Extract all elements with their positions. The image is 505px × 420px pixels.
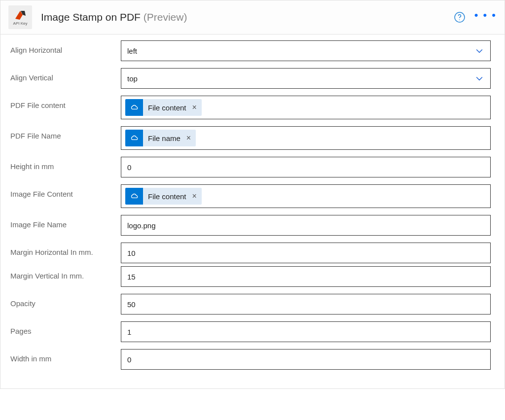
chevron-down-icon	[474, 73, 484, 83]
input-pdf-file-name[interactable]: File name ×	[121, 126, 491, 150]
row-align-vertical: Align Vertical top	[10, 68, 495, 89]
row-image-file-name: Image File Name	[10, 215, 495, 236]
row-margin-vertical: Margin Vertical In mm.	[10, 266, 495, 287]
input-width-mm[interactable]	[127, 355, 484, 364]
label-image-file-name: Image File Name	[10, 215, 121, 230]
label-width-mm: Width in mm	[10, 349, 121, 364]
more-menu-icon[interactable]: • • •	[474, 9, 497, 26]
form-body: Align Horizontal left Align Vertical top…	[0, 35, 505, 388]
token-file-content[interactable]: File content ×	[125, 99, 202, 116]
input-margin-horizontal-wrap	[121, 243, 491, 263]
input-margin-vertical-wrap	[121, 266, 491, 287]
input-image-file-content[interactable]: File content ×	[121, 184, 491, 208]
chevron-down-icon	[474, 46, 484, 56]
row-width-mm: Width in mm	[10, 349, 495, 370]
input-width-mm-wrap	[121, 349, 491, 370]
input-margin-horizontal[interactable]	[127, 249, 484, 257]
connector-icon-sublabel: API Key	[13, 21, 28, 26]
input-pdf-file-content[interactable]: File content ×	[121, 96, 491, 119]
card-header: API Key Image Stamp on PDF (Preview) • •…	[0, 0, 505, 35]
token-file-name-label: File name	[143, 134, 185, 142]
input-pages[interactable]	[127, 328, 484, 336]
input-image-file-name[interactable]	[127, 221, 484, 230]
action-card: API Key Image Stamp on PDF (Preview) • •…	[0, 0, 505, 389]
row-pages: Pages	[10, 321, 495, 342]
label-pdf-file-content: PDF File content	[10, 96, 121, 110]
label-opacity: Opacity	[10, 294, 121, 309]
input-height-mm-wrap	[121, 157, 491, 177]
row-margin-horizontal: Margin Horizontal In mm.	[10, 243, 495, 263]
label-align-vertical: Align Vertical	[10, 68, 121, 83]
title-main: Image Stamp on PDF	[41, 11, 141, 23]
help-icon[interactable]	[454, 11, 466, 23]
card-title: Image Stamp on PDF (Preview)	[41, 11, 187, 23]
title-subtitle: (Preview)	[144, 11, 187, 23]
label-pdf-file-name: PDF File Name	[10, 126, 121, 141]
row-image-file-content: Image File Content File content ×	[10, 184, 495, 208]
input-pages-wrap	[121, 321, 491, 342]
input-margin-vertical[interactable]	[127, 273, 484, 281]
pdf-tool-icon	[14, 9, 27, 21]
label-pages: Pages	[10, 321, 121, 336]
row-align-horizontal: Align Horizontal left	[10, 40, 495, 61]
onedrive-icon	[125, 99, 143, 116]
token-remove-icon[interactable]: ×	[191, 103, 202, 112]
label-margin-vertical: Margin Vertical In mm.	[10, 266, 121, 281]
svg-point-1	[459, 19, 460, 20]
onedrive-icon	[125, 130, 143, 146]
input-opacity-wrap	[121, 294, 491, 315]
token-file-content-label: File content	[143, 104, 191, 112]
token-image-file-content[interactable]: File content ×	[125, 188, 202, 205]
token-image-file-content-label: File content	[143, 192, 191, 201]
row-opacity: Opacity	[10, 294, 495, 315]
label-height-mm: Height in mm	[10, 157, 121, 172]
input-opacity[interactable]	[127, 300, 484, 309]
label-align-horizontal: Align Horizontal	[10, 40, 121, 55]
row-pdf-file-name: PDF File Name File name ×	[10, 126, 495, 150]
select-align-vertical[interactable]: top	[121, 68, 491, 89]
onedrive-icon	[125, 188, 143, 205]
row-pdf-file-content: PDF File content File content ×	[10, 96, 495, 119]
token-remove-icon[interactable]: ×	[191, 192, 202, 201]
select-align-vertical-value: top	[127, 74, 474, 83]
input-image-file-name-wrap	[121, 215, 491, 236]
select-align-horizontal[interactable]: left	[121, 40, 491, 61]
token-remove-icon[interactable]: ×	[185, 134, 196, 142]
row-height-mm: Height in mm	[10, 157, 495, 177]
label-image-file-content: Image File Content	[10, 184, 121, 199]
label-margin-horizontal: Margin Horizontal In mm.	[10, 243, 121, 257]
connector-icon: API Key	[8, 5, 32, 29]
header-actions: • • •	[454, 9, 497, 26]
token-file-name[interactable]: File name ×	[125, 130, 196, 146]
select-align-horizontal-value: left	[127, 47, 474, 55]
input-height-mm[interactable]	[127, 163, 484, 172]
